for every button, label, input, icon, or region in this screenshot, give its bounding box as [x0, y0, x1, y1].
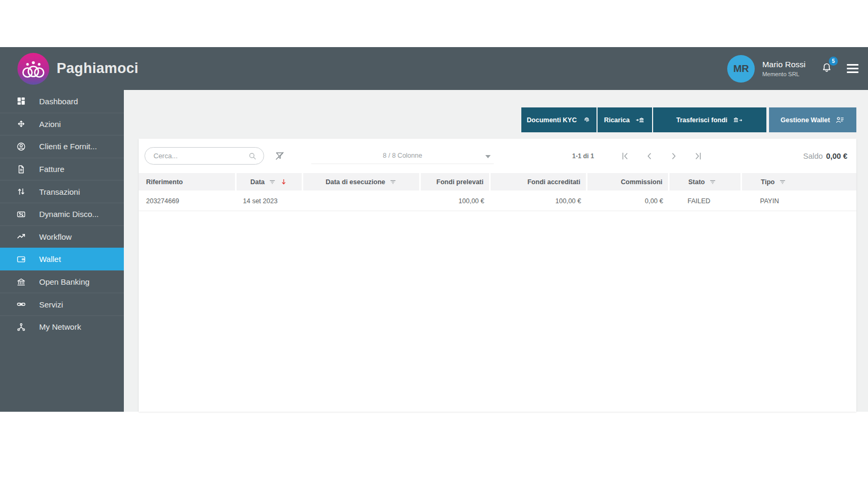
previous-page-button[interactable] — [643, 150, 656, 162]
sidebar-item-label: Workflow — [39, 232, 71, 241]
button-label: Trasferisci fondi — [676, 116, 728, 124]
cell-data: 14 set 2023 — [236, 191, 302, 211]
wallet-actions-row: Documenti KYC Ricarica Trasferisci fondi… — [124, 107, 856, 132]
customers-icon — [16, 142, 26, 151]
brand-title: Paghiamoci — [57, 60, 139, 77]
header-right: MR Mario Rossi Memento SRL 5 — [727, 55, 860, 83]
column-header-fondi-accreditati[interactable]: Fondi accreditati — [490, 173, 586, 191]
columns-selector-value: 8 / 8 Colonne — [383, 152, 422, 159]
sidebar-item-label: Dynamic Disco... — [39, 210, 99, 219]
pagination: 1-1 di 1 — [572, 150, 710, 162]
wallet-card: 8 / 8 Colonne 1-1 di 1 — [139, 139, 856, 412]
clear-filters-button[interactable] — [272, 148, 287, 164]
table-row[interactable]: 203274669 14 set 2023 100,00 € 100,00 € … — [139, 191, 856, 211]
transactions-table: Riferimento Data Data di esecu — [139, 173, 856, 211]
sort-descending-icon[interactable] — [280, 178, 287, 186]
chevron-right-icon — [668, 151, 679, 161]
user-name: Mario Rossi — [762, 60, 806, 69]
column-header-fondi-prelevati[interactable]: Fondi prelevati — [420, 173, 490, 191]
sidebar-item-label: Servizi — [39, 300, 63, 309]
column-header-commissioni[interactable]: Commissioni — [586, 173, 668, 191]
gestione-wallet-button[interactable]: Gestione Wallet — [769, 107, 856, 132]
dashboard-icon — [16, 96, 26, 106]
sidebar-item-label: Transazioni — [39, 187, 80, 196]
sidebar-item-label: Open Banking — [39, 277, 89, 286]
deposit-bank-icon — [635, 115, 646, 124]
link-icon — [16, 300, 26, 309]
user-meta[interactable]: Mario Rossi Memento SRL — [762, 60, 806, 77]
manage-wallet-icon — [835, 115, 845, 124]
discount-icon — [16, 210, 26, 219]
brand: Paghiamoci — [17, 53, 139, 85]
button-label: Gestione Wallet — [781, 116, 830, 124]
filter-off-icon — [274, 150, 285, 161]
last-page-icon — [693, 151, 703, 161]
sidebar-item-label: Azioni — [39, 120, 61, 129]
cell-stato: FAILED — [668, 191, 741, 211]
cell-riferimento: 203274669 — [139, 191, 236, 211]
table-toolbar: 8 / 8 Colonne 1-1 di 1 — [139, 139, 856, 173]
sidebar: Dashboard Azioni Clienti e Fornit... Fat… — [0, 90, 124, 412]
sidebar-item-label: Dashboard — [39, 97, 78, 106]
sidebar-item-label: Clienti e Fornit... — [39, 142, 97, 151]
column-header-data[interactable]: Data — [236, 173, 302, 191]
search-input[interactable] — [144, 147, 264, 165]
column-header-tipo[interactable]: Tipo — [741, 173, 856, 191]
ricarica-button[interactable]: Ricarica — [598, 107, 652, 132]
sidebar-item-transazioni[interactable]: Transazioni — [0, 180, 124, 203]
bank-icon — [16, 277, 26, 287]
cell-fondi-prelevati: 100,00 € — [420, 191, 490, 211]
filter-list-icon[interactable] — [269, 178, 276, 185]
sidebar-item-my-network[interactable]: My Network — [0, 315, 124, 338]
cell-fondi-accreditati: 100,00 € — [490, 191, 586, 211]
app-body: Dashboard Azioni Clienti e Fornit... Fat… — [0, 90, 868, 412]
saldo-label: Saldo — [803, 152, 823, 160]
next-page-button[interactable] — [667, 150, 680, 162]
trasferisci-fondi-button[interactable]: Trasferisci fondi — [653, 107, 766, 132]
documenti-kyc-button[interactable]: Documenti KYC — [521, 107, 596, 132]
user-company: Memento SRL — [762, 71, 806, 77]
columns-selector[interactable]: 8 / 8 Colonne — [311, 148, 494, 164]
transactions-icon — [16, 187, 26, 196]
sidebar-item-fatture[interactable]: Fatture — [0, 158, 124, 180]
invoice-icon — [16, 165, 26, 174]
column-header-riferimento[interactable]: Riferimento — [139, 173, 236, 191]
top-white-strip — [0, 0, 868, 47]
first-page-icon — [620, 151, 630, 161]
sidebar-item-label: Fatture — [39, 165, 65, 174]
table-header-row: Riferimento Data Data di esecu — [139, 173, 856, 191]
sidebar-item-workflow[interactable]: Workflow — [0, 225, 124, 248]
sidebar-item-servizi[interactable]: Servizi — [0, 293, 124, 315]
main-content: Documenti KYC Ricarica Trasferisci fondi… — [124, 90, 868, 412]
first-page-button[interactable] — [619, 150, 631, 162]
sidebar-item-azioni[interactable]: Azioni — [0, 113, 124, 135]
pagination-range: 1-1 di 1 — [572, 152, 594, 160]
filter-list-icon[interactable] — [390, 178, 396, 185]
menu-button[interactable] — [846, 62, 860, 75]
saldo-value: 0,00 € — [826, 152, 847, 160]
page: Paghiamoci MR Mario Rossi Memento SRL 5 — [0, 0, 868, 412]
column-header-data-esecuzione[interactable]: Data di esecuzione — [302, 173, 420, 191]
cell-commissioni: 0,00 € — [586, 191, 668, 211]
sidebar-item-dashboard[interactable]: Dashboard — [0, 90, 124, 113]
chevron-down-icon — [485, 155, 491, 158]
notification-badge: 5 — [829, 57, 838, 66]
filter-list-icon[interactable] — [709, 178, 716, 185]
filter-list-icon[interactable] — [779, 178, 786, 185]
chevron-left-icon — [644, 151, 655, 161]
app-header: Paghiamoci MR Mario Rossi Memento SRL 5 — [0, 47, 868, 90]
notifications-button[interactable]: 5 — [820, 61, 833, 76]
column-header-stato[interactable]: Stato — [668, 173, 741, 191]
paghiamoci-logo-icon — [17, 53, 49, 85]
sidebar-item-open-banking[interactable]: Open Banking — [0, 270, 124, 293]
last-page-button[interactable] — [692, 150, 704, 162]
actions-icon — [16, 119, 26, 129]
sidebar-item-label: My Network — [39, 322, 81, 331]
sidebar-item-label: Wallet — [39, 255, 61, 264]
avatar[interactable]: MR — [727, 55, 755, 83]
sidebar-item-dynamic-discounting[interactable]: Dynamic Disco... — [0, 203, 124, 225]
sidebar-item-clienti[interactable]: Clienti e Fornit... — [0, 135, 124, 158]
sidebar-item-wallet[interactable]: Wallet — [0, 248, 124, 270]
cell-data-esecuzione — [302, 191, 420, 211]
wallet-icon — [16, 255, 26, 264]
